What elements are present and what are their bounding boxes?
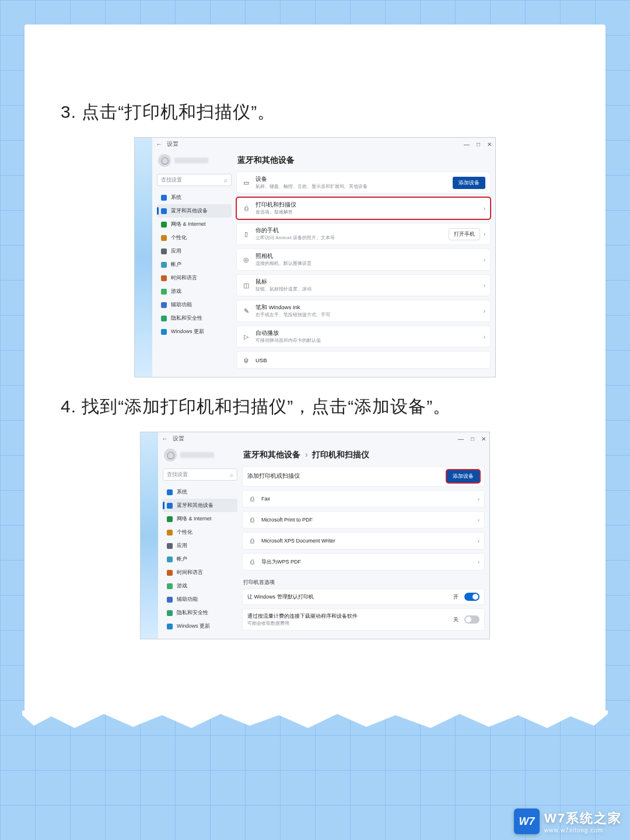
sidebar-item-privacy[interactable]: 隐私和安全性	[163, 606, 237, 620]
page-title: 蓝牙和其他设备	[237, 155, 491, 166]
search-placeholder: 查找设置	[161, 176, 182, 184]
row-devices[interactable]: ▭ 设备鼠标、键盘、触控、音效、显示器和扩展坞、其他设备 添加设备	[236, 172, 491, 194]
sidebar-item-personalization[interactable]: 个性化	[157, 231, 232, 244]
sidebar-item-accessibility[interactable]: 辅助功能	[157, 298, 232, 312]
chevron-right-icon: ›	[484, 205, 485, 212]
row-printers-scanners[interactable]: ⎙ 打印机和扫描仪首选项、疑难解答 ›	[236, 197, 491, 219]
usb-icon: ψ	[242, 355, 251, 365]
row-your-phone[interactable]: ▯ 你的手机立即访问 Android 设备的照片、文本等 打开手机›	[236, 223, 491, 245]
minimize-button[interactable]: —	[464, 141, 470, 148]
watermark-title: W7系统之家	[544, 810, 622, 827]
sidebar-item-time[interactable]: 时间和语言	[163, 566, 237, 579]
watermark-url: www.w7xitong.com	[544, 827, 622, 834]
mouse-icon: ◫	[242, 281, 251, 290]
sidebar-item-apps[interactable]: 应用	[163, 539, 237, 552]
chevron-right-icon: ›	[484, 231, 485, 237]
window-titlebar: ← 设置 — □ ✕	[152, 138, 495, 150]
devices-icon: ▭	[242, 178, 251, 187]
sidebar-item-accounts[interactable]: 帐户	[163, 552, 237, 566]
row-autoplay[interactable]: ▷ 自动播放可移动驱动器和内存卡的默认值 ›	[236, 326, 491, 348]
printer-row-xps[interactable]: ⎙ Microsoft XPS Document Writer ›	[242, 532, 485, 550]
sidebar-item-accessibility[interactable]: 辅助功能	[163, 593, 237, 606]
step-3-text: 3. 点击“打印机和扫描仪”。	[61, 100, 582, 124]
chevron-right-icon: ›	[484, 257, 485, 263]
window-title: 设置	[173, 435, 184, 443]
sidebar-item-gaming[interactable]: 游戏	[163, 579, 237, 593]
user-name-blur	[174, 158, 208, 163]
toggle-state: 开	[453, 593, 459, 601]
search-icon: ⌕	[230, 471, 233, 478]
screenshot-1: ← 设置 — □ ✕ ◯	[134, 137, 496, 377]
printer-row-fax[interactable]: ⎙ Fax ›	[242, 490, 485, 508]
document-page: 3. 点击“打印机和扫描仪”。 ← 设置 — □ ✕	[24, 24, 606, 713]
search-input[interactable]: 查找设置 ⌕	[163, 468, 237, 481]
avatar-icon: ◯	[158, 154, 171, 167]
watermark-badge: W7	[514, 808, 540, 834]
toggle-state: 关	[453, 616, 459, 624]
row-cameras[interactable]: ◎ 照相机连接的相机、默认图像设置 ›	[236, 249, 491, 271]
sidebar-item-update[interactable]: Windows 更新	[157, 325, 232, 338]
maximize-button[interactable]: □	[471, 436, 474, 442]
torn-edge	[22, 710, 608, 730]
window-titlebar: ← 设置 — □ ✕	[158, 432, 489, 445]
printer-icon: ⎙	[247, 494, 257, 503]
breadcrumb-current: 打印机和扫描仪	[312, 450, 369, 459]
sidebar-item-bluetooth[interactable]: 蓝牙和其他设备	[163, 499, 237, 512]
phone-icon: ▯	[242, 229, 251, 239]
close-button[interactable]: ✕	[481, 436, 486, 442]
sidebar-item-update[interactable]: Windows 更新	[163, 620, 237, 633]
printer-icon: ⎙	[242, 204, 251, 213]
step-4-text: 4. 找到“添加打印机和扫描仪”，点击“添加设备”。	[61, 395, 582, 419]
avatar-icon: ◯	[164, 449, 177, 461]
sidebar-item-privacy[interactable]: 隐私和安全性	[157, 312, 232, 325]
add-device-button[interactable]: 添加设备	[447, 470, 480, 482]
printer-row-wps[interactable]: ⎙ 导出为WPS PDF ›	[242, 553, 485, 570]
sidebar-item-system[interactable]: 系统	[163, 485, 237, 499]
window-title: 设置	[167, 140, 178, 148]
breadcrumb-root[interactable]: 蓝牙和其他设备	[243, 450, 300, 459]
screenshot-2: ← 设置 — □ ✕ ◯	[140, 432, 490, 639]
chevron-right-icon: ›	[303, 450, 310, 459]
chevron-right-icon: ›	[478, 496, 480, 502]
sidebar: ◯ 查找设置 ⌕ 系统 蓝牙和其他设备 网络 & Internet 个性化	[157, 153, 232, 372]
sidebar-item-gaming[interactable]: 游戏	[157, 285, 232, 298]
maximize-button[interactable]: □	[477, 141, 480, 148]
minimize-button[interactable]: —	[458, 436, 464, 442]
row-mouse[interactable]: ◫ 鼠标按钮、鼠标指针速度、滚动 ›	[236, 274, 491, 296]
printer-icon: ⎙	[247, 515, 257, 524]
chevron-right-icon: ›	[478, 517, 480, 523]
sidebar-item-apps[interactable]: 应用	[157, 244, 232, 258]
sidebar-item-network[interactable]: 网络 & Internet	[157, 218, 232, 231]
printer-row-mspdf[interactable]: ⎙ Microsoft Print to PDF ›	[242, 511, 485, 528]
search-input[interactable]: 查找设置 ⌕	[157, 174, 232, 186]
sidebar-item-bluetooth[interactable]: 蓝牙和其他设备	[157, 204, 232, 218]
printer-icon: ⎙	[247, 557, 257, 566]
camera-icon: ◎	[242, 255, 251, 264]
sidebar-item-personalization[interactable]: 个性化	[163, 526, 237, 539]
printer-icon: ⎙	[247, 536, 257, 545]
row-pen-ink[interactable]: ✎ 笔和 Windows Ink右手或左手、笔按钮快捷方式、手写 ›	[236, 300, 491, 322]
sidebar: ◯ 查找设置 ⌕ 系统 蓝牙和其他设备 网络 & Internet 个性化	[163, 447, 237, 634]
toggle-default-printer[interactable]	[464, 593, 480, 601]
chevron-right-icon: ›	[484, 334, 485, 340]
user-name-blur	[180, 452, 214, 458]
add-device-button[interactable]: 添加设备	[453, 177, 485, 189]
toggle-metered[interactable]	[464, 615, 480, 624]
pen-icon: ✎	[242, 306, 251, 316]
back-icon[interactable]: ←	[162, 435, 168, 442]
profile[interactable]: ◯	[163, 447, 237, 466]
sidebar-item-accounts[interactable]: 帐户	[157, 258, 232, 271]
printer-prefs-label: 打印机首选项	[243, 579, 485, 586]
sidebar-item-time[interactable]: 时间和语言	[157, 271, 232, 285]
search-placeholder: 查找设置	[167, 471, 188, 478]
autoplay-icon: ▷	[242, 332, 251, 341]
open-phone-button[interactable]: 打开手机	[449, 228, 480, 240]
sidebar-item-network[interactable]: 网络 & Internet	[163, 512, 237, 526]
profile[interactable]: ◯	[157, 153, 232, 172]
back-icon[interactable]: ←	[156, 141, 162, 148]
chevron-right-icon: ›	[484, 308, 485, 314]
row-usb[interactable]: ψ USB	[236, 351, 491, 369]
sidebar-item-system[interactable]: 系统	[157, 191, 232, 204]
pref-metered-download: 通过按流量计费的连接下载驱动程序和设备软件 可能会收取数据费用 关	[242, 608, 485, 631]
close-button[interactable]: ✕	[487, 141, 492, 148]
